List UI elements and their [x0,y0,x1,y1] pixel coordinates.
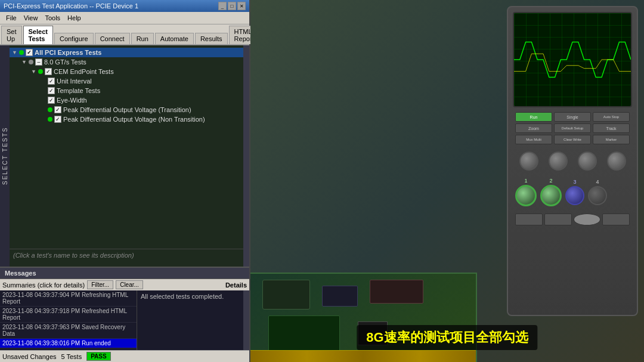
ch3-knob[interactable] [565,186,584,205]
channel-1-group: 1 [515,178,537,206]
menu-help[interactable]: Help [64,13,85,23]
title-bar: PCI-Express Test Application -- PCIE Dev… [0,0,249,12]
osc-mux-btn[interactable]: Mux Multi [515,135,552,144]
osc-marker-btn[interactable]: Marker [593,135,630,144]
osc-knobs-row [513,149,632,173]
expand-icon-8gt: ▼ [21,59,27,65]
minimize-button[interactable]: _ [218,2,227,10]
osc-track-btn[interactable]: Track [593,123,630,133]
osc-zoom-btn[interactable]: Zoom [515,123,552,133]
checkbox-unit[interactable] [48,78,55,85]
tab-select-tests[interactable]: Select Tests [23,26,53,44]
osc-clear-btn[interactable]: Clear Write [554,135,591,144]
menu-file[interactable]: File [2,13,20,23]
message-row-highlighted[interactable]: 2023-11-08 04:39:38:016 PM Run ended [0,339,137,348]
tree-item-unit[interactable]: ▶ Unit Interval [10,76,243,86]
channel-2-group: 2 [540,178,562,206]
main-content: SELECT TESTS ▼ All PCI Express Tests ▼ 8… [0,45,249,267]
oscilloscope-body: Run Single Auto Stop Zoom Default Setup … [507,6,638,316]
status-dot-pdov-nt [48,117,52,122]
expand-icon-cem: ▼ [31,69,37,75]
message-row[interactable]: 2023-11-08 04:39:37:904 PM Refreshing HT… [0,290,137,307]
ch1-knob[interactable] [515,185,537,206]
osc-knob-3[interactable] [578,151,597,171]
message-row[interactable]: 2023-11-08 04:39:37:963 PM Saved Recover… [0,323,137,339]
osc-knob-4[interactable] [607,151,626,171]
tab-run[interactable]: Run [131,33,154,44]
channel-controls: 1 2 3 4 [513,175,632,209]
tree-item-all-pci[interactable]: ▼ All PCI Express Tests [10,48,243,57]
osc-knob-2[interactable] [549,151,568,171]
messages-header: Messages [0,268,249,279]
checkbox-eye[interactable] [48,97,55,104]
osc-bottom-btn-4[interactable] [602,214,630,225]
channel-4-group: 4 [588,179,607,205]
checkbox-pdov-nt[interactable] [54,116,61,123]
message-row[interactable]: 2023-11-08 04:39:37:918 PM Refreshed HTM… [0,307,137,323]
checkbox-all-pci[interactable] [26,49,33,56]
checkbox-8gt[interactable] [35,58,42,66]
ch2-knob[interactable] [540,185,562,206]
tree-item-pdov-nt[interactable]: ▶ Peak Differential Output Voltage (Non … [10,115,243,124]
description-area: (Click a test's name to see its descript… [10,249,243,267]
side-label: SELECT TESTS [0,45,10,267]
channel-3-group: 3 [565,179,584,205]
osc-knob-1[interactable] [519,151,538,171]
osc-default-btn[interactable]: Default Setup [554,123,591,133]
osc-single-btn[interactable]: Single [554,112,591,122]
tab-bar: Set Up Select Tests Configure Connect Ru… [0,24,249,45]
osc-bottom-btn-3[interactable] [574,214,601,225]
tab-results[interactable]: Results [195,33,228,44]
description-text: (Click a test's name to see its descript… [13,252,134,259]
details-text: All selected tests completed. [141,293,224,300]
tab-connect[interactable]: Connect [95,33,130,44]
unsaved-changes-label: Unsaved Changes [2,353,57,360]
checkbox-template[interactable] [48,87,55,94]
tests-count-label: 5 Tests [61,353,82,360]
maximize-button[interactable]: □ [228,2,236,10]
ch4-label: 4 [596,179,599,185]
status-dot [19,50,24,55]
tab-setup[interactable]: Set Up [1,26,22,44]
osc-run-btn[interactable]: Run [515,112,552,122]
tree-label-template: Template Tests [57,87,100,94]
details-column-label: Details [225,281,247,289]
tree-item-8gt[interactable]: ▼ 8.0 GT/s Tests [10,57,243,67]
tab-configure[interactable]: Configure [54,33,94,44]
messages-toolbar: Summaries (click for details) Filter... … [0,279,249,290]
tree-item-cem[interactable]: ▼ CEM EndPoint Tests [10,67,243,76]
messages-body: 2023-11-08 04:39:37:904 PM Refreshing HT… [0,290,249,350]
osc-top-buttons: Run Single Auto Stop Zoom Default Setup … [513,110,632,147]
messages-scrollbar[interactable] [243,290,249,350]
checkbox-pdov-t[interactable] [54,106,61,113]
tree-item-template[interactable]: ▶ Template Tests [10,86,243,95]
window-controls: _ □ ✕ [218,2,246,10]
tree-label-8gt: 8.0 GT/s Tests [44,58,86,66]
osc-bottom-btn-1[interactable] [515,214,543,225]
messages-section: Messages Summaries (click for details) F… [0,267,249,362]
close-button[interactable]: ✕ [237,2,246,10]
subtitle-text: 8G速率的测试项目全部勾选 [366,330,528,345]
tab-automate[interactable]: Automate [155,33,194,44]
tree-item-pdov-t[interactable]: ▶ Peak Differential Output Voltage (Tran… [10,105,243,115]
status-dot-8gt [29,60,33,64]
clear-button[interactable]: Clear... [116,280,143,289]
tree-scrollbar[interactable] [243,45,249,267]
checkbox-cem[interactable] [45,68,52,75]
filter-button[interactable]: Filter... [87,280,113,289]
details-panel: All selected tests completed. [137,290,243,350]
pcb-chip-3 [370,280,423,304]
osc-auto-stop-btn[interactable]: Auto Stop [593,112,630,122]
tree-label-pdov-t: Peak Differential Output Voltage (Transi… [63,106,191,113]
messages-list: 2023-11-08 04:39:37:904 PM Refreshing HT… [0,290,137,350]
menu-view[interactable]: View [20,13,42,23]
ch4-knob[interactable] [588,186,607,205]
osc-bottom-btn-2[interactable] [544,214,572,225]
status-bar: Unsaved Changes 5 Tests PASS [0,350,249,362]
messages-title: Messages [5,270,36,277]
menu-tools[interactable]: Tools [41,13,64,23]
ch1-label: 1 [524,178,527,184]
tree-label-eye: Eye-Width [57,97,87,104]
message-text-2: 2023-11-08 04:39:37:963 PM Saved Recover… [2,324,125,337]
tree-item-eye[interactable]: ▶ Eye-Width [10,95,243,105]
